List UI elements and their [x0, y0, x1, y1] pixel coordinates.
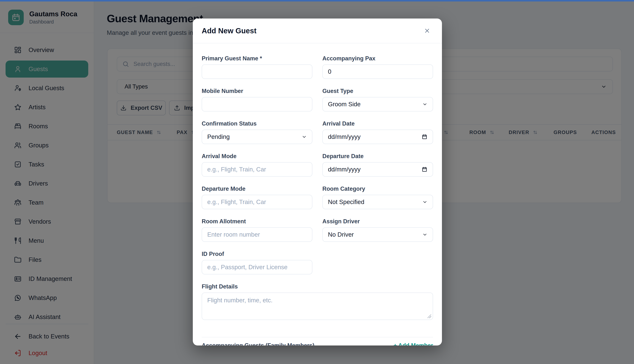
chevron-down-icon [422, 200, 428, 204]
modal-title: Add New Guest [202, 27, 257, 35]
field-label: Guest Type [322, 88, 433, 94]
field-label: Departure Date [322, 153, 433, 160]
guest-type-select[interactable]: Groom Side [322, 97, 433, 112]
chevron-down-icon [422, 102, 428, 107]
room-category-select[interactable]: Not Specified [322, 195, 433, 209]
calendar-icon [421, 134, 428, 140]
departure-mode-input[interactable] [202, 195, 312, 209]
selected-value: No Driver [328, 231, 354, 238]
field-guest-type: Guest TypeGroom Side [322, 88, 433, 112]
close-button[interactable] [422, 26, 432, 36]
add-member-link[interactable]: + Add Member [393, 342, 433, 346]
modal-cutoff-row: Accompanying Guests (Family Members) + A… [202, 342, 433, 346]
arrival-mode-input[interactable] [202, 162, 312, 177]
field-room-allotment: Room Allotment [202, 218, 312, 242]
arrival-date-input[interactable]: dd/mm/yyyy [322, 130, 433, 144]
field-flight-details: Flight Details [202, 283, 433, 320]
field-room-category: Room CategoryNot Specified [322, 186, 433, 209]
modal-form-grid: Primary Guest Name *Accompanying PaxMobi… [202, 55, 433, 320]
accompanying-guests-section-label: Accompanying Guests (Family Members) [202, 342, 314, 346]
field-label: Departure Mode [202, 186, 312, 192]
field-label: Room Allotment [202, 218, 312, 225]
calendar-icon [421, 166, 428, 172]
field-label: Assign Driver [322, 218, 433, 225]
confirmation-status-select[interactable]: Pending [202, 130, 312, 144]
chevron-down-icon [422, 232, 428, 237]
field-label: ID Proof [202, 251, 312, 257]
field-label: Mobile Number [202, 88, 312, 94]
selected-value: Not Specified [328, 198, 364, 206]
room-allotment-input[interactable] [202, 227, 312, 242]
modal-header: Add New Guest [193, 18, 442, 43]
date-value: dd/mm/yyyy [328, 166, 361, 173]
mobile-number-input[interactable] [202, 97, 312, 112]
field-label: Primary Guest Name * [202, 55, 312, 62]
field-assign-driver: Assign DriverNo Driver [322, 218, 433, 242]
field-departure-date: Departure Datedd/mm/yyyy [322, 153, 433, 177]
field-label: Room Category [322, 186, 433, 192]
field-arrival-mode: Arrival Mode [202, 153, 312, 177]
field-arrival-date: Arrival Datedd/mm/yyyy [322, 120, 433, 144]
field-departure-mode: Departure Mode [202, 186, 312, 209]
modal-divider [202, 337, 433, 337]
accompanying-pax-input[interactable] [322, 64, 433, 79]
flight-details-textarea[interactable] [202, 292, 433, 320]
date-value: dd/mm/yyyy [328, 133, 361, 140]
chevron-down-icon [302, 134, 307, 140]
field-confirmation-status: Confirmation StatusPending [202, 120, 312, 144]
id-proof-input[interactable] [202, 260, 312, 274]
field-primary-guest-name: Primary Guest Name * [202, 55, 312, 79]
field-label: Flight Details [202, 283, 433, 290]
departure-date-input[interactable]: dd/mm/yyyy [322, 162, 433, 177]
field-id-proof: ID Proof [202, 251, 312, 274]
field-label: Confirmation Status [202, 120, 312, 127]
field-label: Arrival Mode [202, 153, 312, 160]
modal-body: Primary Guest Name *Accompanying PaxMobi… [193, 43, 442, 346]
field-mobile-number: Mobile Number [202, 88, 312, 112]
selected-value: Groom Side [328, 101, 361, 108]
field-label: Accompanying Pax [322, 55, 433, 62]
close-icon [424, 28, 431, 34]
add-guest-modal: Add New Guest Primary Guest Name *Accomp… [193, 18, 442, 346]
field-accompanying-pax: Accompanying Pax [322, 55, 433, 79]
selected-value: Pending [207, 133, 230, 140]
top-accent-bar [0, 0, 634, 2]
primary-guest-name-input[interactable] [202, 64, 312, 79]
field-label: Arrival Date [322, 120, 433, 127]
assign-driver-select[interactable]: No Driver [322, 227, 433, 242]
